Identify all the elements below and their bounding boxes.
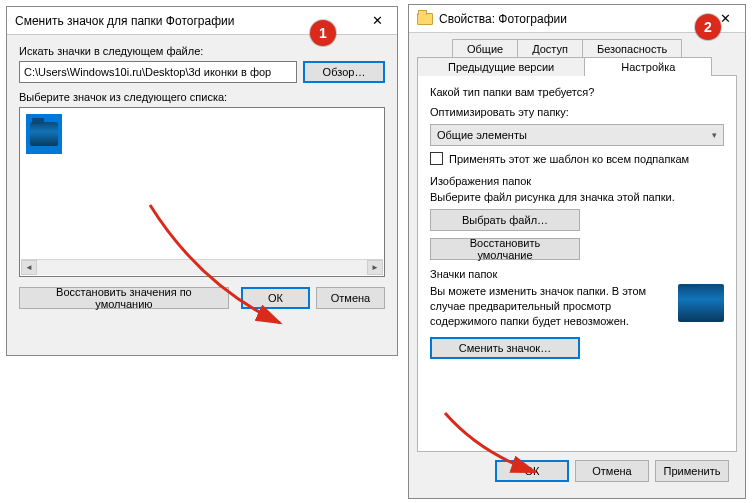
- apply-button[interactable]: Применить: [655, 460, 729, 482]
- dialog-footer: ОК Отмена Применить: [417, 452, 737, 490]
- properties-dialog: Свойства: Фотографии ✕ Общие Доступ Безо…: [408, 4, 746, 499]
- browse-button[interactable]: Обзор…: [303, 61, 385, 83]
- tab-access[interactable]: Доступ: [517, 39, 583, 58]
- restore-defaults-button[interactable]: Восстановить значения по умолчанию: [19, 287, 229, 309]
- close-button[interactable]: ✕: [357, 7, 397, 34]
- tab-general[interactable]: Общие: [452, 39, 518, 58]
- icon-list[interactable]: ◄ ►: [19, 107, 385, 277]
- select-value: Общие элементы: [437, 129, 527, 141]
- window-title: Сменить значок для папки Фотографии: [15, 14, 357, 28]
- ok-button[interactable]: ОК: [495, 460, 569, 482]
- optimize-label: Оптимизировать эту папку:: [430, 106, 724, 118]
- folder-icon: [30, 122, 58, 146]
- apply-subfolders-label: Применять этот же шаблон ко всем подпапк…: [449, 153, 689, 165]
- folder-icon: [417, 13, 433, 25]
- chevron-down-icon: ▾: [712, 130, 717, 140]
- restore-default-button[interactable]: Восстановить умолчание: [430, 238, 580, 260]
- choose-file-button[interactable]: Выбрать файл…: [430, 209, 580, 231]
- tab-previous-versions[interactable]: Предыдущие версии: [417, 57, 585, 76]
- optimize-select[interactable]: Общие элементы ▾: [430, 124, 724, 146]
- scroll-right-arrow[interactable]: ►: [367, 260, 383, 275]
- images-section-desc: Выберите файл рисунка для значка этой па…: [430, 191, 724, 203]
- badge-1: 1: [310, 20, 336, 46]
- scroll-left-arrow[interactable]: ◄: [21, 260, 37, 275]
- tab-customize[interactable]: Настройка: [584, 57, 712, 76]
- change-icon-dialog: Сменить значок для папки Фотографии ✕ Ис…: [6, 6, 398, 356]
- tab-row-bottom: Предыдущие версии Настройка: [417, 57, 737, 76]
- ok-button[interactable]: ОК: [241, 287, 310, 309]
- icons-section-label: Значки папок: [430, 268, 724, 280]
- tab-row-top: Общие Доступ Безопасность: [452, 39, 737, 58]
- badge-2: 2: [695, 14, 721, 40]
- apply-subfolders-checkbox[interactable]: [430, 152, 443, 165]
- choose-label: Выберите значок из следующего списка:: [19, 91, 385, 103]
- folder-icon-preview: [678, 284, 724, 322]
- icon-path-input[interactable]: [19, 61, 297, 83]
- images-section-label: Изображения папок: [430, 175, 724, 187]
- titlebar: Сменить значок для папки Фотографии ✕: [7, 7, 397, 35]
- tab-security[interactable]: Безопасность: [582, 39, 682, 58]
- tab-panel-customize: Какой тип папки вам требуется? Оптимизир…: [417, 75, 737, 452]
- window-title: Свойства: Фотографии: [439, 12, 705, 26]
- horizontal-scrollbar[interactable]: ◄ ►: [21, 259, 383, 275]
- change-icon-button[interactable]: Сменить значок…: [430, 337, 580, 359]
- icon-item-selected[interactable]: [26, 114, 62, 154]
- folder-type-question: Какой тип папки вам требуется?: [430, 86, 724, 98]
- search-label: Искать значки в следующем файле:: [19, 45, 385, 57]
- cancel-button[interactable]: Отмена: [316, 287, 385, 309]
- cancel-button[interactable]: Отмена: [575, 460, 649, 482]
